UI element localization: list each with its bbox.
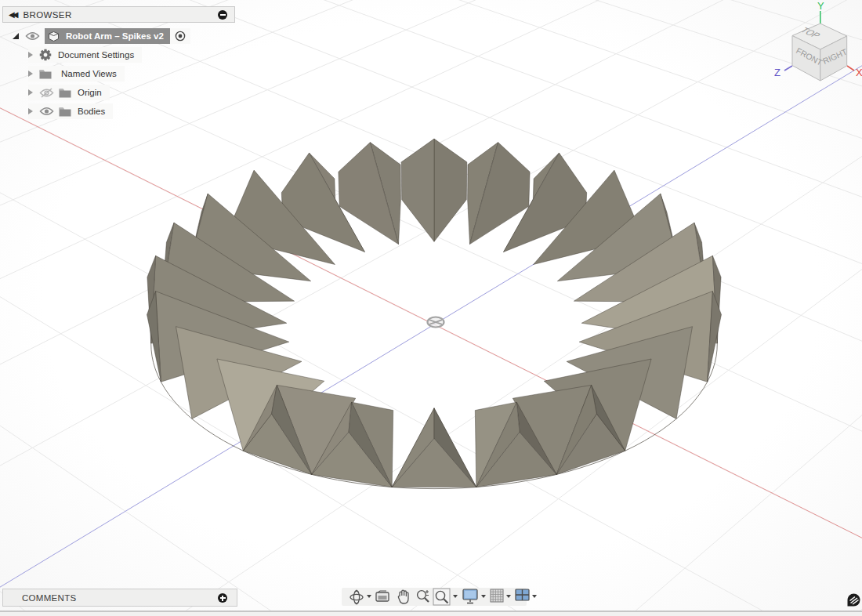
svg-text:X: X <box>856 67 862 78</box>
svg-text:Z: Z <box>774 67 781 78</box>
svg-text:Y: Y <box>817 0 824 12</box>
